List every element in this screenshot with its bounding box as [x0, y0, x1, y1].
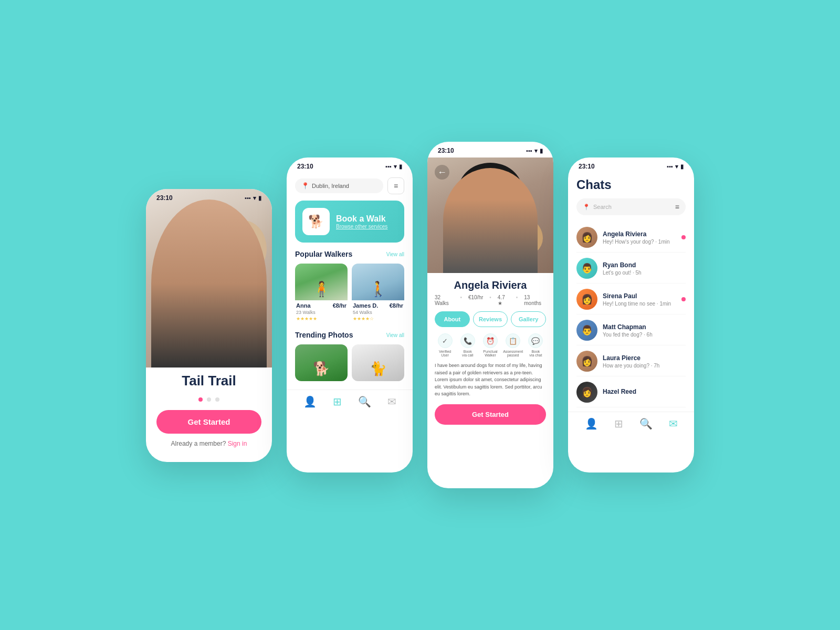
chat-preview-ryan: Let's go out! · 5h — [603, 270, 686, 276]
stat-walks: 32 Walks — [435, 295, 454, 306]
chat-name-hazel: Hazel Reed — [603, 388, 686, 395]
avatar-sirena: 👩 — [576, 289, 597, 310]
chat-preview-angela: Hey! How's your dog? · 1min — [603, 239, 686, 245]
profile-actions: ✓ VerifiedUser 📞 Bookvia call ⏰ Punctual… — [435, 333, 546, 357]
nav-messages-chats[interactable]: ✉ — [669, 417, 678, 430]
pin-icon: 📍 — [301, 182, 309, 190]
action-call[interactable]: 📞 Bookvia call — [457, 333, 478, 357]
walker-image-james — [352, 264, 404, 300]
chat-item-hazel[interactable]: 👩 Hazel Reed — [576, 377, 686, 407]
profile-tabs: About Reviews Gallery — [435, 311, 546, 327]
chat-icon: 💬 — [528, 333, 543, 348]
phone-browse: 23:10 ▪▪▪ ▾ ▮ 📍 Dublin, Ireland ≡ 🐕 Book… — [287, 158, 413, 472]
walkers-grid: Anna €8/hr 23 Walks ★★★★★ James D. €8/hr… — [295, 264, 404, 323]
avatar-hazel: 👩 — [576, 382, 597, 403]
chat-item-matt[interactable]: 👨 Matt Chapman You fed the dog? · 6h — [576, 316, 686, 345]
bottom-nav-browse: 👤 ⊞ 🔍 ✉ — [287, 390, 413, 415]
wifi-icon: ▾ — [253, 195, 256, 202]
nav-profile-icon[interactable]: 👤 — [303, 395, 317, 408]
profile-name: Angela Riviera — [435, 279, 546, 291]
tab-reviews[interactable]: Reviews — [473, 311, 508, 327]
call-icon: 📞 — [460, 333, 475, 348]
get-started-profile-button[interactable]: Get Started — [435, 404, 546, 425]
phone-chats: 23:10 ▪▪▪ ▾ ▮ Chats 📍 Search ≡ 👩 Angela … — [568, 158, 694, 472]
filter-button[interactable]: ≡ — [387, 177, 404, 194]
trending-photos-header: Trending Photos View all — [295, 331, 404, 339]
signal-icons-4: ▪▪▪ ▾ ▮ — [667, 163, 684, 170]
view-all-photos[interactable]: View all — [386, 332, 404, 338]
search-bar[interactable]: 📍 Search ≡ — [576, 198, 686, 215]
chat-info-angela: Angela Riviera Hey! How's your dog? · 1m… — [603, 230, 686, 245]
profile-stats: 32 Walks • €10/hr • 4.7 ★ • 13 months — [435, 295, 546, 306]
avatar-matt: 👨 — [576, 320, 597, 341]
signal-icon: ▪▪▪ — [245, 195, 251, 201]
chat-item-laura[interactable]: 👩 Laura Pierce How are you doing? · 7h — [576, 346, 686, 376]
person-silhouette — [151, 200, 267, 368]
trending-photo-2[interactable] — [352, 344, 404, 381]
punctual-icon: ⏰ — [483, 333, 498, 348]
search-icon: 📍 — [583, 204, 590, 211]
chat-item-angela[interactable]: 👩 Angela Riviera Hey! How's your dog? · … — [576, 223, 686, 253]
trending-photos-title: Trending Photos — [295, 331, 353, 339]
nav-search-chats[interactable]: 🔍 — [639, 417, 653, 430]
assessment-icon: 📋 — [506, 333, 520, 348]
nav-messages-icon[interactable]: ✉ — [387, 395, 396, 408]
book-walk-banner[interactable]: 🐕 Book a Walk Browse other services — [295, 201, 404, 243]
trending-photo-1[interactable] — [295, 344, 348, 381]
walker-walks-anna: 23 Walks — [296, 310, 346, 315]
chat-preview-matt: You fed the dog? · 6h — [603, 332, 686, 338]
tab-gallery[interactable]: Gallery — [511, 311, 546, 327]
location-input[interactable]: 📍 Dublin, Ireland — [295, 178, 383, 193]
nav-profile-chats[interactable]: 👤 — [585, 417, 598, 430]
phone-splash: 23:10 ▪▪▪ ▾ ▮ Tail Trail Get Started Alr… — [146, 189, 272, 462]
action-chat[interactable]: 💬 Bookvia chat — [526, 333, 546, 357]
chat-name-matt: Matt Chapman — [603, 323, 686, 331]
signal-icon-2: ▪▪▪ — [385, 163, 392, 170]
browse-content: 📍 Dublin, Ireland ≡ 🐕 Book a Walk Browse… — [287, 173, 413, 390]
filter-chats-icon[interactable]: ≡ — [675, 203, 679, 211]
location-text: Dublin, Ireland — [312, 183, 349, 189]
pagination-dots — [156, 397, 261, 402]
status-bar-4: 23:10 ▪▪▪ ▾ ▮ — [568, 158, 694, 173]
tab-about[interactable]: About — [435, 311, 470, 327]
walker-walks-james: 54 Walks — [353, 310, 403, 315]
sign-in-link[interactable]: Sign in — [228, 440, 247, 447]
back-button[interactable]: ← — [435, 165, 449, 180]
app-title: Tail Trail — [156, 373, 261, 389]
wifi-icon-2: ▾ — [394, 163, 397, 170]
chat-name-laura: Laura Pierce — [603, 354, 686, 362]
view-all-walkers[interactable]: View all — [386, 251, 404, 257]
get-started-button[interactable]: Get Started — [156, 410, 261, 434]
phone-profile: 23:10 ▪▪▪ ▾ ▮ ← Angela Riviera 32 Walks … — [427, 142, 553, 488]
walker-card-james[interactable]: James D. €8/hr 54 Walks ★★★★☆ — [352, 264, 404, 323]
chat-item-ryan[interactable]: 👨 Ryan Bond Let's go out! · 5h — [576, 254, 686, 284]
walker-name-james: James D. €8/hr — [353, 302, 403, 309]
nav-home-icon[interactable]: ⊞ — [333, 395, 342, 408]
chat-item-sirena[interactable]: 👩 Sirena Paul Hey! Long time no see · 1m… — [576, 285, 686, 314]
book-banner-text: Book a Walk Browse other services — [336, 214, 387, 229]
profile-bio: I have been around dogs for most of my l… — [435, 362, 546, 398]
battery-icon-3: ▮ — [540, 148, 543, 154]
walker-card-anna[interactable]: Anna €8/hr 23 Walks ★★★★★ — [295, 264, 348, 323]
search-placeholder: Search — [593, 204, 612, 210]
chat-info-sirena: Sirena Paul Hey! Long time no see · 1min — [603, 292, 686, 307]
splash-content: Tail Trail Get Started Already a member?… — [146, 373, 272, 458]
unread-dot-angela — [681, 235, 686, 239]
signal-icons-1: ▪▪▪ ▾ ▮ — [245, 195, 261, 202]
nav-search-icon[interactable]: 🔍 — [358, 395, 371, 408]
status-bar-1: 23:10 ▪▪▪ ▾ ▮ — [146, 189, 272, 205]
profile-person — [443, 168, 538, 273]
action-punctual: ⏰ PunctualWalker — [480, 333, 500, 357]
dot-3 — [215, 397, 219, 402]
already-member-text: Already a member? Sign in — [156, 440, 261, 447]
chat-info-hazel: Hazel Reed — [603, 388, 686, 396]
status-bar-3: 23:10 ▪▪▪ ▾ ▮ — [427, 142, 553, 158]
walker-name-anna: Anna €8/hr — [296, 302, 346, 309]
wifi-icon-3: ▾ — [534, 148, 538, 154]
signal-icons-3: ▪▪▪ ▾ ▮ — [526, 148, 543, 154]
walker-stars-anna: ★★★★★ — [296, 316, 346, 321]
chat-name-ryan: Ryan Bond — [603, 261, 686, 269]
nav-home-chats[interactable]: ⊞ — [614, 417, 623, 430]
status-bar-2: 23:10 ▪▪▪ ▾ ▮ — [287, 158, 413, 173]
chat-info-laura: Laura Pierce How are you doing? · 7h — [603, 354, 686, 369]
